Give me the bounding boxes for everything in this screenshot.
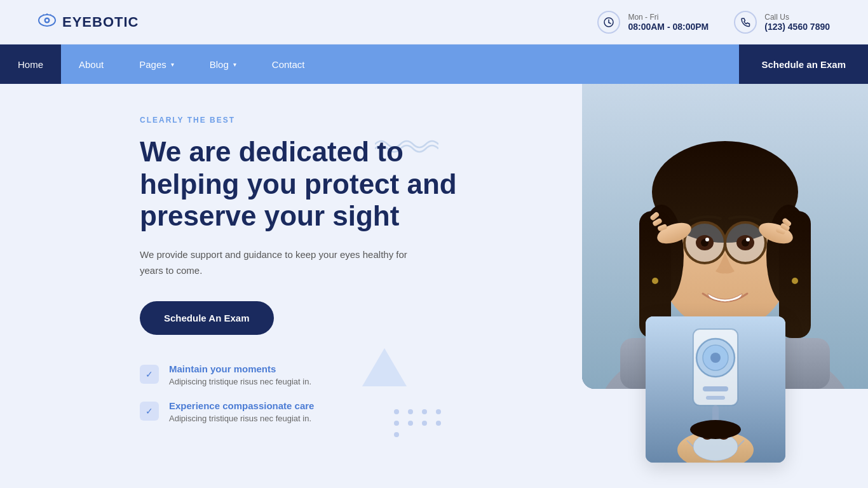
svg-point-37 — [792, 278, 798, 284]
svg-point-42 — [710, 353, 721, 363]
nav-item-about[interactable]: About — [61, 44, 121, 84]
svg-point-2 — [46, 19, 48, 22]
clock-icon — [597, 11, 620, 34]
hours-label: Mon - Fri — [628, 13, 709, 22]
hero-cta-button[interactable]: Schedule An Exam — [140, 301, 274, 335]
svg-point-26 — [705, 238, 709, 241]
top-bar: EYEBOTIC Mon - Fri 08:00AM - 08:00PM — [0, 0, 868, 44]
feature-content-1: Maintain your moments Adipiscing tristiq… — [169, 363, 311, 386]
secondary-image-content — [646, 316, 785, 463]
features-list: ✓ Maintain your moments Adipiscing trist… — [140, 363, 470, 423]
blog-dropdown-icon: ▾ — [233, 61, 236, 68]
top-right-info: Mon - Fri 08:00AM - 08:00PM Call Us (123… — [597, 11, 830, 34]
phone-info: Call Us (123) 4560 7890 — [734, 11, 830, 34]
svg-line-8 — [609, 22, 611, 24]
feature-title-1: Maintain your moments — [169, 363, 311, 374]
hours-value: 08:00AM - 08:00PM — [628, 22, 709, 32]
nav-schedule-button[interactable]: Schedule an Exam — [739, 44, 868, 84]
hero-content: CLEARLY THE BEST We are dedicated to hel… — [140, 116, 470, 423]
nav-item-blog[interactable]: Blog ▾ — [192, 44, 254, 84]
hours-text: Mon - Fri 08:00AM - 08:00PM — [628, 13, 709, 32]
svg-point-51 — [690, 420, 741, 439]
feature-desc-1: Adipiscing tristique risus nec feugiat i… — [169, 377, 311, 386]
hero-tagline: CLEARLY THE BEST — [140, 116, 470, 125]
logo[interactable]: EYEBOTIC — [38, 13, 139, 31]
feature-item-2: ✓ Experience compassionate care Adipisci… — [140, 400, 470, 423]
phone-icon — [734, 11, 757, 34]
feature-title-2: Experience compassionate care — [169, 400, 314, 411]
navigation: Home About Pages ▾ Blog ▾ Contact Schedu… — [0, 44, 868, 84]
svg-line-4 — [43, 14, 44, 15]
phone-text: Call Us (123) 4560 7890 — [764, 13, 830, 32]
nav-links: Home About Pages ▾ Blog ▾ Contact — [0, 44, 323, 84]
hero-description: We provide support and guidance to keep … — [140, 247, 413, 279]
nav-item-home[interactable]: Home — [0, 44, 61, 84]
hero-title: We are dedicated to helping you protect … — [140, 136, 470, 233]
nav-item-contact[interactable]: Contact — [254, 44, 323, 84]
nav-item-pages[interactable]: Pages ▾ — [121, 44, 192, 84]
feature-item-1: ✓ Maintain your moments Adipiscing trist… — [140, 363, 470, 386]
hero-images — [550, 84, 868, 488]
phone-value: (123) 4560 7890 — [764, 22, 830, 32]
feature-check-1: ✓ — [140, 365, 159, 384]
svg-point-27 — [746, 238, 750, 241]
svg-rect-44 — [706, 396, 725, 400]
pages-dropdown-icon: ▾ — [171, 61, 174, 68]
hero-section: CLEARLY THE BEST We are dedicated to hel… — [0, 84, 868, 488]
svg-line-5 — [50, 14, 51, 15]
svg-point-36 — [652, 278, 658, 284]
eye-icon — [38, 13, 56, 31]
feature-check-2: ✓ — [140, 402, 159, 421]
svg-rect-43 — [703, 386, 728, 391]
secondary-hero-image — [646, 316, 785, 463]
feature-desc-2: Adipiscing tristique risus nec feugiat i… — [169, 414, 314, 423]
hours-info: Mon - Fri 08:00AM - 08:00PM — [597, 11, 709, 34]
brand-name: EYEBOTIC — [62, 14, 139, 30]
phone-label: Call Us — [764, 13, 830, 22]
feature-content-2: Experience compassionate care Adipiscing… — [169, 400, 314, 423]
